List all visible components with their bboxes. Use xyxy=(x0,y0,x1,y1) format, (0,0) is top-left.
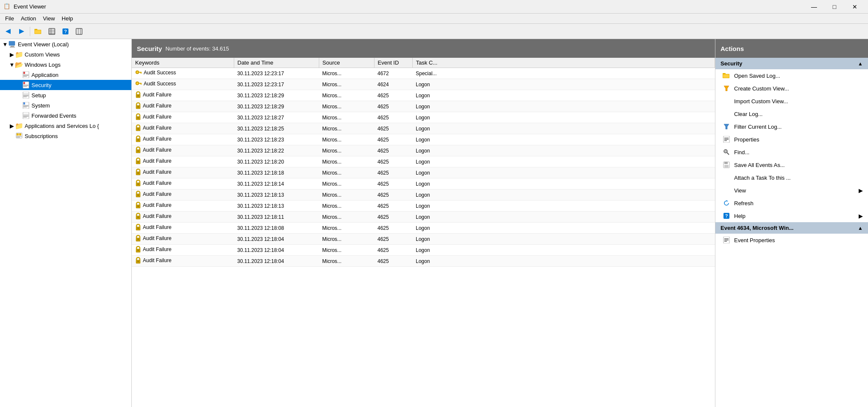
actions-section-event[interactable]: Event 4634, Microsoft Win... ▲ xyxy=(715,222,868,234)
expander-forwarded-events xyxy=(15,113,22,119)
table-row[interactable]: Audit Success 30.11.2023 12:23:17Micros.… xyxy=(132,79,715,90)
svg-rect-16 xyxy=(11,46,14,47)
action-event-properties[interactable]: Event Properties xyxy=(715,234,868,246)
help-toolbar-button[interactable]: ? xyxy=(59,25,72,37)
menu-view[interactable]: View xyxy=(40,14,58,23)
tree-item-forwarded-events[interactable]: Forwarded Events xyxy=(0,110,131,121)
tree-item-root[interactable]: ▼ Event Viewer (Local) xyxy=(0,39,131,49)
tree-item-custom-views[interactable]: ▶ 📁 Custom Views xyxy=(0,49,131,59)
table-row[interactable]: Audit Failure 30.11.2023 12:18:04Micros.… xyxy=(132,245,715,256)
actions-section-security[interactable]: Security ▲ xyxy=(715,58,868,69)
tree-item-security[interactable]: Security xyxy=(0,80,131,90)
table-row[interactable]: Audit Failure 30.11.2023 12:18:23Micros.… xyxy=(132,134,715,145)
action-attach-task[interactable]: Attach a Task To this ... xyxy=(715,171,868,184)
table-row[interactable]: Audit Failure 30.11.2023 12:18:22Micros.… xyxy=(132,145,715,156)
cell-eventid: 4672 xyxy=(374,68,412,79)
col-header-datetime[interactable]: Date and Time xyxy=(234,58,319,68)
action-import-custom-view[interactable]: Import Custom View... xyxy=(715,95,868,107)
cell-eventid: 4625 xyxy=(374,145,412,156)
table-row[interactable]: Audit Failure 30.11.2023 12:18:04Micros.… xyxy=(132,234,715,245)
cell-task: Logon xyxy=(412,145,715,156)
action-save-all-events[interactable]: Save All Events As... xyxy=(715,158,868,171)
col-header-taskcat[interactable]: Task C... xyxy=(412,58,715,68)
col-header-keywords[interactable]: Keywords xyxy=(132,58,234,68)
cell-eventid: 4625 xyxy=(374,112,412,123)
table-row[interactable]: Audit Failure 30.11.2023 12:18:29Micros.… xyxy=(132,101,715,112)
cell-keyword: Audit Failure xyxy=(132,90,234,101)
table-row[interactable]: Audit Failure 30.11.2023 12:18:11Micros.… xyxy=(132,212,715,223)
window-controls: — □ ✕ xyxy=(804,0,865,14)
maximize-button[interactable]: □ xyxy=(825,0,844,14)
expander-application xyxy=(15,72,22,78)
keyword-text: Audit Failure xyxy=(143,202,171,208)
menu-help[interactable]: Help xyxy=(58,14,77,23)
minimize-button[interactable]: — xyxy=(804,0,824,14)
keyword-text: Audit Success xyxy=(144,81,176,87)
table-row[interactable]: Audit Failure 30.11.2023 12:18:14Micros.… xyxy=(132,178,715,189)
expander-system xyxy=(15,102,22,109)
cell-source: Micros... xyxy=(319,123,374,134)
action-view[interactable]: View ▶ xyxy=(715,184,868,197)
cell-task: Logon xyxy=(412,79,715,90)
open-saved-toolbar-button[interactable] xyxy=(32,25,45,37)
back-button[interactable] xyxy=(2,25,14,37)
table-row[interactable]: Audit Failure 30.11.2023 12:18:04Micros.… xyxy=(132,256,715,267)
tree-item-windows-logs[interactable]: ▼ 📂 Windows Logs xyxy=(0,59,131,70)
action-properties[interactable]: Properties xyxy=(715,133,868,146)
tree-item-system[interactable]: System xyxy=(0,100,131,110)
table-row[interactable]: Audit Failure 30.11.2023 12:18:29Micros.… xyxy=(132,90,715,101)
action-help[interactable]: ? Help ▶ xyxy=(715,209,868,222)
cell-eventid: 4625 xyxy=(374,212,412,223)
table-row[interactable]: Audit Failure 30.11.2023 12:18:25Micros.… xyxy=(132,123,715,134)
table-row[interactable]: Audit Failure 30.11.2023 12:18:08Micros.… xyxy=(132,223,715,234)
col-header-source[interactable]: Source xyxy=(319,58,374,68)
col-header-eventid[interactable]: Event ID xyxy=(374,58,412,68)
action-create-custom-view[interactable]: Create Custom View... xyxy=(715,82,868,95)
action-clear-log[interactable]: Clear Log... xyxy=(715,107,868,120)
table-row[interactable]: Audit Failure 30.11.2023 12:18:20Micros.… xyxy=(132,156,715,167)
menu-file[interactable]: File xyxy=(2,14,17,23)
tree-item-apps-services[interactable]: ▶ 📁 Applications and Services Lo { xyxy=(0,121,131,131)
cell-source: Micros... xyxy=(319,134,374,145)
columns-toolbar-button[interactable] xyxy=(73,25,85,37)
cell-keyword: Audit Failure xyxy=(132,145,234,156)
event-table[interactable]: Keywords Date and Time Source Event ID T… xyxy=(132,58,715,407)
svg-rect-75 xyxy=(138,184,139,185)
cell-task: Logon xyxy=(412,212,715,223)
svg-rect-44 xyxy=(17,133,19,136)
close-button[interactable]: ✕ xyxy=(845,0,865,14)
cell-keyword: Audit Failure xyxy=(132,245,234,256)
action-find[interactable]: Find... xyxy=(715,146,868,158)
tree-item-setup[interactable]: Setup xyxy=(0,90,131,100)
lock-icon xyxy=(135,257,141,264)
tree-item-subscriptions[interactable]: Subscriptions xyxy=(0,131,131,141)
create-view-toolbar-button[interactable] xyxy=(45,25,58,37)
action-open-saved-log[interactable]: Open Saved Log... xyxy=(715,69,868,82)
table-row[interactable]: Audit Success 30.11.2023 12:23:17Micros.… xyxy=(132,68,715,79)
lock-icon xyxy=(135,102,141,109)
cell-source: Micros... xyxy=(319,201,374,212)
keyword-text: Audit Success xyxy=(144,70,176,76)
action-label-event-properties: Event Properties xyxy=(734,237,775,243)
expander-custom-views: ▶ xyxy=(9,51,15,58)
cell-keyword: Audit Failure xyxy=(132,134,234,145)
table-row[interactable]: Audit Failure 30.11.2023 12:18:18Micros.… xyxy=(132,167,715,178)
svg-rect-61 xyxy=(138,106,139,107)
cell-source: Micros... xyxy=(319,256,374,267)
log-icon-forwarded-events xyxy=(22,112,30,119)
table-row[interactable]: Audit Failure 30.11.2023 12:18:27Micros.… xyxy=(132,112,715,123)
table-row[interactable]: Audit Failure 30.11.2023 12:18:13Micros.… xyxy=(132,201,715,212)
menu-action[interactable]: Action xyxy=(17,14,40,23)
action-refresh[interactable]: Refresh xyxy=(715,197,868,209)
svg-rect-73 xyxy=(138,172,139,174)
forward-button[interactable] xyxy=(15,25,28,37)
cell-eventid: 4625 xyxy=(374,167,412,178)
tree-label-system: System xyxy=(31,102,130,109)
keyword-text: Audit Failure xyxy=(143,180,171,186)
table-row[interactable]: Audit Failure 30.11.2023 12:18:13Micros.… xyxy=(132,189,715,201)
action-filter-current-log[interactable]: Filter Current Log... xyxy=(715,120,868,133)
svg-rect-17 xyxy=(10,47,15,48)
action-label-help: Help xyxy=(734,213,746,219)
tree-item-application[interactable]: Application xyxy=(0,70,131,80)
open-saved-log-icon xyxy=(722,71,731,80)
